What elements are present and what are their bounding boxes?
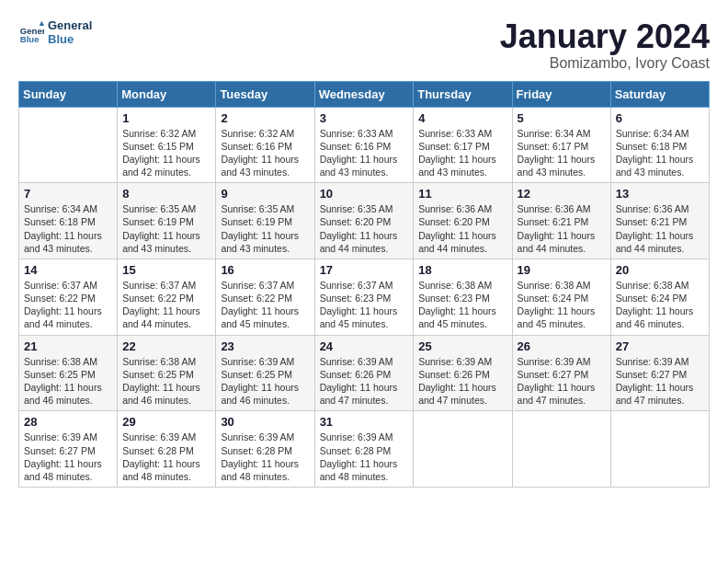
calendar-cell: 21Sunrise: 6:38 AM Sunset: 6:25 PM Dayli… <box>19 335 118 411</box>
calendar-cell: 28Sunrise: 6:39 AM Sunset: 6:27 PM Dayli… <box>19 411 118 488</box>
day-number: 27 <box>616 339 704 353</box>
day-info: Sunrise: 6:38 AM Sunset: 6:23 PM Dayligh… <box>418 279 506 331</box>
title-section: January 2024 Bomizambo, Ivory Coast <box>500 18 710 72</box>
calendar-cell: 2Sunrise: 6:32 AM Sunset: 6:16 PM Daylig… <box>216 107 314 183</box>
day-number: 23 <box>221 339 309 353</box>
day-number: 9 <box>221 187 309 201</box>
day-info: Sunrise: 6:37 AM Sunset: 6:22 PM Dayligh… <box>122 279 210 331</box>
day-number: 22 <box>122 339 210 353</box>
day-number: 2 <box>221 111 309 125</box>
calendar-cell: 16Sunrise: 6:37 AM Sunset: 6:22 PM Dayli… <box>216 259 314 335</box>
day-info: Sunrise: 6:35 AM Sunset: 6:20 PM Dayligh… <box>320 202 409 255</box>
calendar-cell: 3Sunrise: 6:33 AM Sunset: 6:16 PM Daylig… <box>314 107 414 183</box>
calendar-cell: 18Sunrise: 6:38 AM Sunset: 6:23 PM Dayli… <box>414 259 512 335</box>
day-info: Sunrise: 6:36 AM Sunset: 6:20 PM Dayligh… <box>418 202 506 255</box>
calendar-week-3: 14Sunrise: 6:37 AM Sunset: 6:22 PM Dayli… <box>19 259 710 335</box>
day-info: Sunrise: 6:39 AM Sunset: 6:27 PM Dayligh… <box>616 355 704 408</box>
svg-marker-2 <box>40 21 44 26</box>
day-info: Sunrise: 6:32 AM Sunset: 6:16 PM Dayligh… <box>221 127 309 179</box>
calendar-cell: 6Sunrise: 6:34 AM Sunset: 6:18 PM Daylig… <box>610 107 709 183</box>
day-info: Sunrise: 6:34 AM Sunset: 6:17 PM Dayligh… <box>518 127 606 179</box>
calendar-cell: 14Sunrise: 6:37 AM Sunset: 6:22 PM Dayli… <box>19 259 118 335</box>
day-info: Sunrise: 6:39 AM Sunset: 6:28 PM Dayligh… <box>320 431 409 483</box>
calendar-week-4: 21Sunrise: 6:38 AM Sunset: 6:25 PM Dayli… <box>19 335 710 411</box>
day-info: Sunrise: 6:39 AM Sunset: 6:25 PM Dayligh… <box>221 355 309 408</box>
day-number: 5 <box>518 111 606 125</box>
day-info: Sunrise: 6:38 AM Sunset: 6:25 PM Dayligh… <box>122 355 210 408</box>
day-number: 29 <box>122 415 210 429</box>
day-info: Sunrise: 6:37 AM Sunset: 6:23 PM Dayligh… <box>320 279 409 331</box>
calendar-cell: 9Sunrise: 6:35 AM Sunset: 6:19 PM Daylig… <box>216 183 314 259</box>
day-number: 3 <box>320 111 409 125</box>
calendar-cell: 30Sunrise: 6:39 AM Sunset: 6:28 PM Dayli… <box>216 411 314 488</box>
day-number: 21 <box>24 339 112 353</box>
page-header: General Blue General Blue January 2024 B… <box>18 18 710 72</box>
day-info: Sunrise: 6:38 AM Sunset: 6:24 PM Dayligh… <box>518 279 606 331</box>
day-info: Sunrise: 6:39 AM Sunset: 6:27 PM Dayligh… <box>24 431 112 483</box>
day-number: 25 <box>418 339 506 353</box>
calendar-body: 1Sunrise: 6:32 AM Sunset: 6:15 PM Daylig… <box>19 107 710 487</box>
day-info: Sunrise: 6:37 AM Sunset: 6:22 PM Dayligh… <box>221 279 309 331</box>
calendar-cell: 23Sunrise: 6:39 AM Sunset: 6:25 PM Dayli… <box>216 335 314 411</box>
logo: General Blue General Blue <box>18 18 92 46</box>
calendar-cell <box>19 107 118 183</box>
weekday-wednesday: Wednesday <box>314 81 414 107</box>
day-number: 26 <box>518 339 606 353</box>
calendar-cell: 27Sunrise: 6:39 AM Sunset: 6:27 PM Dayli… <box>610 335 709 411</box>
day-number: 4 <box>418 111 506 125</box>
calendar-cell: 8Sunrise: 6:35 AM Sunset: 6:19 PM Daylig… <box>118 183 216 259</box>
day-number: 12 <box>518 187 606 201</box>
calendar-cell: 4Sunrise: 6:33 AM Sunset: 6:17 PM Daylig… <box>414 107 512 183</box>
day-number: 17 <box>320 263 409 277</box>
day-number: 13 <box>616 187 704 201</box>
calendar-week-1: 1Sunrise: 6:32 AM Sunset: 6:15 PM Daylig… <box>19 107 710 183</box>
day-info: Sunrise: 6:38 AM Sunset: 6:24 PM Dayligh… <box>616 279 704 331</box>
calendar-cell: 29Sunrise: 6:39 AM Sunset: 6:28 PM Dayli… <box>118 411 216 488</box>
calendar-cell: 31Sunrise: 6:39 AM Sunset: 6:28 PM Dayli… <box>314 411 414 488</box>
calendar-cell: 1Sunrise: 6:32 AM Sunset: 6:15 PM Daylig… <box>118 107 216 183</box>
day-number: 6 <box>616 111 704 125</box>
day-info: Sunrise: 6:35 AM Sunset: 6:19 PM Dayligh… <box>221 202 309 255</box>
calendar-cell: 15Sunrise: 6:37 AM Sunset: 6:22 PM Dayli… <box>118 259 216 335</box>
day-number: 1 <box>122 111 210 125</box>
svg-text:Blue: Blue <box>20 34 40 44</box>
calendar-week-2: 7Sunrise: 6:34 AM Sunset: 6:18 PM Daylig… <box>19 183 710 259</box>
calendar-cell: 20Sunrise: 6:38 AM Sunset: 6:24 PM Dayli… <box>610 259 709 335</box>
calendar-cell: 10Sunrise: 6:35 AM Sunset: 6:20 PM Dayli… <box>314 183 414 259</box>
calendar-cell: 13Sunrise: 6:36 AM Sunset: 6:21 PM Dayli… <box>610 183 709 259</box>
day-number: 14 <box>24 263 112 277</box>
day-info: Sunrise: 6:33 AM Sunset: 6:16 PM Dayligh… <box>320 127 409 179</box>
day-number: 24 <box>320 339 409 353</box>
calendar-cell: 24Sunrise: 6:39 AM Sunset: 6:26 PM Dayli… <box>314 335 414 411</box>
calendar-cell: 11Sunrise: 6:36 AM Sunset: 6:20 PM Dayli… <box>414 183 512 259</box>
day-number: 8 <box>122 187 210 201</box>
day-info: Sunrise: 6:37 AM Sunset: 6:22 PM Dayligh… <box>24 279 112 331</box>
logo-icon: General Blue <box>18 19 44 45</box>
day-info: Sunrise: 6:36 AM Sunset: 6:21 PM Dayligh… <box>518 202 606 255</box>
weekday-friday: Friday <box>512 81 610 107</box>
calendar-week-5: 28Sunrise: 6:39 AM Sunset: 6:27 PM Dayli… <box>19 411 710 488</box>
day-number: 31 <box>320 415 409 429</box>
day-info: Sunrise: 6:36 AM Sunset: 6:21 PM Dayligh… <box>616 202 704 255</box>
weekday-header-row: SundayMondayTuesdayWednesdayThursdayFrid… <box>19 81 710 107</box>
weekday-tuesday: Tuesday <box>216 81 314 107</box>
day-info: Sunrise: 6:39 AM Sunset: 6:28 PM Dayligh… <box>122 431 210 483</box>
day-info: Sunrise: 6:39 AM Sunset: 6:26 PM Dayligh… <box>320 355 409 408</box>
calendar-cell: 22Sunrise: 6:38 AM Sunset: 6:25 PM Dayli… <box>118 335 216 411</box>
calendar-cell <box>610 411 709 488</box>
day-info: Sunrise: 6:34 AM Sunset: 6:18 PM Dayligh… <box>24 202 112 255</box>
month-year-title: January 2024 <box>500 18 710 55</box>
calendar-cell: 12Sunrise: 6:36 AM Sunset: 6:21 PM Dayli… <box>512 183 610 259</box>
day-info: Sunrise: 6:39 AM Sunset: 6:28 PM Dayligh… <box>221 431 309 483</box>
logo-blue: Blue <box>48 32 92 46</box>
calendar-cell: 19Sunrise: 6:38 AM Sunset: 6:24 PM Dayli… <box>512 259 610 335</box>
day-info: Sunrise: 6:35 AM Sunset: 6:19 PM Dayligh… <box>122 202 210 255</box>
calendar-cell: 26Sunrise: 6:39 AM Sunset: 6:27 PM Dayli… <box>512 335 610 411</box>
weekday-monday: Monday <box>118 81 216 107</box>
day-info: Sunrise: 6:39 AM Sunset: 6:26 PM Dayligh… <box>418 355 506 408</box>
day-info: Sunrise: 6:39 AM Sunset: 6:27 PM Dayligh… <box>518 355 606 408</box>
day-number: 20 <box>616 263 704 277</box>
logo-general: General <box>48 18 92 32</box>
day-number: 11 <box>418 187 506 201</box>
calendar-table: SundayMondayTuesdayWednesdayThursdayFrid… <box>18 81 710 488</box>
